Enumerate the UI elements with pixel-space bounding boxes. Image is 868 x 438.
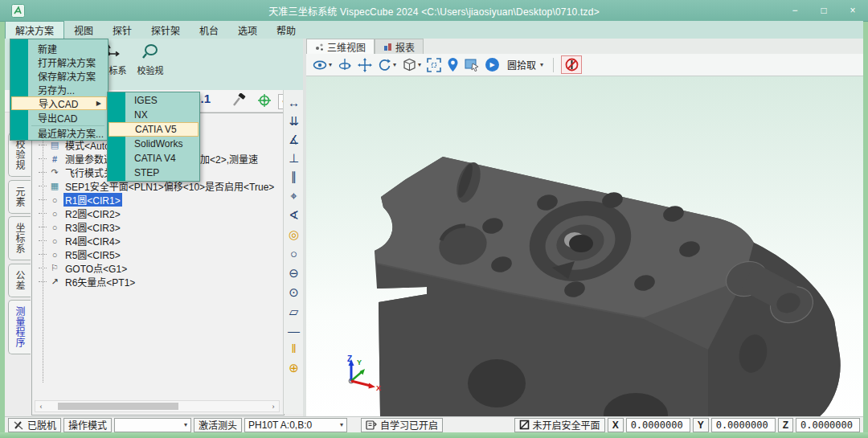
- refresh-icon: [378, 58, 392, 72]
- build-button[interactable]: [231, 93, 246, 111]
- close-button[interactable]: ×: [844, 5, 862, 16]
- gauge-check-button[interactable]: 校验规: [132, 43, 169, 85]
- submenu-item-solidworks[interactable]: SolidWorks: [108, 137, 199, 151]
- tab-elements[interactable]: 元素: [8, 180, 31, 214]
- menu-probe-rack[interactable]: 探针架: [141, 21, 190, 39]
- tab-3d-view[interactable]: 三维视图: [306, 39, 375, 54]
- tree-item-goto[interactable]: ⚐GOTO点<G1>: [32, 261, 285, 275]
- circularity-icon[interactable]: ○: [284, 248, 304, 260]
- params-icon: #: [48, 154, 61, 164]
- menu-item-save-as[interactable]: 另存为...: [11, 83, 107, 96]
- position-target-icon[interactable]: ⌖: [284, 190, 304, 203]
- chevron-down-icon: ▾: [184, 421, 187, 428]
- submenu-item-step[interactable]: STEP: [108, 166, 199, 180]
- maximize-button[interactable]: □: [815, 5, 833, 16]
- pan-view-button[interactable]: [358, 58, 372, 72]
- self-learn-button[interactable]: 自学习已开启: [361, 418, 443, 432]
- menu-options[interactable]: 选项: [228, 21, 267, 39]
- submenu-item-catia-v4[interactable]: CATIA V4: [108, 151, 199, 166]
- flatness-icon[interactable]: ▱: [284, 305, 304, 318]
- perpendicularity-icon[interactable]: ⊥: [284, 152, 304, 165]
- select-window-icon: [465, 58, 480, 72]
- right-panel: 三维视图 报表 ▾: [306, 39, 863, 416]
- angle-between-icon[interactable]: ⇊: [284, 115, 304, 128]
- tree-item-circle-r5[interactable]: ○R5圆<CIR5>: [32, 248, 285, 261]
- y-coordinate-label: Y: [693, 418, 709, 432]
- menu-item-recent-solutions[interactable]: 最近解决方案...: [11, 126, 107, 140]
- menu-item-import-cad[interactable]: 导入CAD▶: [11, 96, 107, 110]
- distance-icon[interactable]: ↔: [284, 96, 304, 109]
- chevron-down-icon: ▾: [540, 61, 543, 68]
- gauge-check-label: 校验规: [137, 63, 164, 76]
- menu-item-open-solution[interactable]: 打开解决方案: [11, 55, 107, 69]
- menu-item-new[interactable]: 新建: [11, 42, 107, 55]
- menu-help[interactable]: 帮助: [267, 21, 305, 39]
- chevron-down-icon: ▾: [329, 61, 332, 68]
- scroll-left-arrow[interactable]: ‹: [35, 403, 47, 411]
- scrollbar-thumb[interactable]: [58, 403, 178, 410]
- offline-status: 已脱机: [8, 418, 61, 432]
- menu-view[interactable]: 视图: [64, 21, 103, 39]
- view-cube-button[interactable]: ▾: [402, 58, 421, 72]
- import-cad-submenu: IGES NX CATIA V5 SolidWorks CATIA V4 STE…: [107, 92, 200, 182]
- runout-icon[interactable]: ⊙: [284, 286, 304, 299]
- menu-item-export-cad[interactable]: 导出CAD: [11, 111, 107, 125]
- active-probe-value: PH10T A:0,B:0: [248, 420, 312, 431]
- concentricity-icon[interactable]: ◎: [284, 228, 304, 241]
- menu-item-save-solution[interactable]: 保存解决方案: [11, 69, 107, 83]
- tab-report[interactable]: 报表: [375, 39, 424, 54]
- report-icon: [383, 43, 392, 51]
- parallelism-icon[interactable]: ∥: [284, 170, 304, 183]
- disable-probe-button[interactable]: [561, 55, 582, 74]
- operation-mode-label: 操作模式: [63, 418, 112, 432]
- rotate-icon: [338, 58, 352, 72]
- locate-button[interactable]: [447, 57, 459, 72]
- menu-machine[interactable]: 机台: [190, 21, 228, 39]
- straightness-icon[interactable]: —: [284, 325, 304, 338]
- scrollbar-track[interactable]: [47, 402, 268, 411]
- active-probe-label: 激活测头: [194, 418, 242, 432]
- circle-icon: ○: [48, 209, 61, 219]
- window-bottom-edge: [0, 432, 868, 438]
- tab-tolerance[interactable]: 公差: [8, 264, 31, 297]
- tree-item-circle-r2[interactable]: ○R2圆<CIR2>: [32, 207, 285, 220]
- tab-measure-program[interactable]: 测量程序: [8, 300, 31, 354]
- window-select-button[interactable]: [465, 58, 480, 72]
- tree-horizontal-scrollbar[interactable]: ‹ ›: [35, 400, 280, 412]
- symmetry-circle-icon[interactable]: ⊖: [284, 267, 304, 280]
- tree-item-circle-r3[interactable]: ○R3圆<CIR3>: [32, 220, 285, 234]
- scroll-right-arrow[interactable]: ›: [268, 403, 279, 411]
- 3d-view-icon: [315, 43, 324, 51]
- orbit-button[interactable]: ▾: [378, 58, 396, 72]
- fit-view-button[interactable]: [427, 58, 441, 72]
- tab-3d-view-label: 三维视图: [327, 40, 366, 54]
- tab-coordinate-system[interactable]: 坐标系: [8, 216, 31, 260]
- circle-icon: ○: [48, 223, 61, 232]
- position-icon[interactable]: ⊕: [284, 362, 304, 375]
- run-button[interactable]: ▶: [485, 58, 499, 72]
- submenu-item-nx[interactable]: NX: [108, 108, 199, 122]
- submenu-item-catia-v5[interactable]: CATIA V5: [108, 122, 199, 137]
- minimize-button[interactable]: −: [786, 5, 804, 16]
- tree-item-vector-point[interactable]: ↗R6矢量点<PT1>: [32, 275, 285, 289]
- menu-solution[interactable]: 解决方案: [5, 21, 64, 39]
- tree-item-circle-r4[interactable]: ○R4圆<CIR4>: [32, 234, 285, 248]
- cube-icon: [402, 58, 417, 72]
- tree-item-circle-r1[interactable]: ○R1圆<CIR1>: [32, 193, 285, 207]
- operation-mode-select[interactable]: ▾: [114, 418, 191, 432]
- submenu-item-iges[interactable]: IGES: [108, 93, 199, 108]
- circle-pick-label: 圆拾取: [507, 58, 536, 72]
- angle-icon[interactable]: ∡: [284, 133, 304, 146]
- angularity-icon[interactable]: ∢: [284, 209, 304, 222]
- menu-probe[interactable]: 探针: [103, 21, 141, 39]
- prohibit-icon: [565, 58, 579, 72]
- probe-target-button[interactable]: [257, 93, 272, 111]
- viewport-3d[interactable]: Z Y X: [306, 76, 863, 416]
- circle-pick-dropdown[interactable]: 圆拾取 ▾: [505, 57, 546, 72]
- title-bar: 天准三坐标系统 VispecCube 2024 <C:\Users\jiaosi…: [0, 0, 868, 22]
- offline-pen-icon: [13, 420, 24, 431]
- symmetry-icon[interactable]: ‖: [284, 342, 304, 355]
- active-probe-select[interactable]: PH10T A:0,B:0▾: [244, 418, 347, 432]
- visibility-button[interactable]: ▾: [313, 58, 332, 72]
- rotate-view-button[interactable]: [338, 58, 352, 72]
